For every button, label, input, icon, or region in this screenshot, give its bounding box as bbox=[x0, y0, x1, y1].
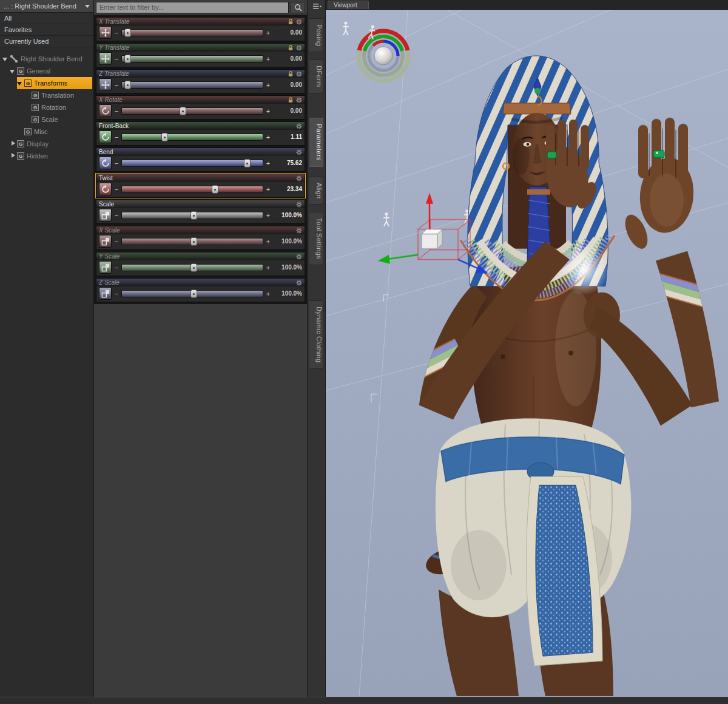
tree-item-display[interactable]: GDisplay bbox=[10, 138, 92, 150]
slider-track[interactable] bbox=[121, 212, 263, 219]
expand-right-arrow[interactable] bbox=[10, 153, 16, 159]
decrement-button[interactable]: − bbox=[114, 212, 119, 219]
expand-down-arrow[interactable] bbox=[10, 68, 16, 74]
gear-icon[interactable] bbox=[296, 201, 302, 208]
nav-item-currently-used[interactable]: Currently Used bbox=[0, 36, 93, 47]
side-tab-tool-settings[interactable]: Tool Settings bbox=[309, 212, 323, 265]
gear-icon[interactable] bbox=[296, 228, 302, 234]
side-tab-dform[interactable]: DForm bbox=[309, 59, 323, 93]
gear-icon[interactable] bbox=[296, 123, 302, 129]
tree-item-general[interactable]: GGeneral bbox=[10, 65, 92, 77]
decrement-button[interactable]: − bbox=[114, 107, 119, 115]
param-z-translate[interactable]: Z Translate−+0.00 bbox=[96, 69, 305, 93]
expand-down-arrow[interactable] bbox=[2, 56, 8, 62]
increment-button[interactable]: + bbox=[266, 81, 271, 89]
nav-item-all[interactable]: All bbox=[0, 13, 93, 24]
slider-handle[interactable] bbox=[244, 159, 251, 168]
param-value[interactable]: 0.00 bbox=[273, 55, 302, 62]
tree-item-hidden[interactable]: GHidden bbox=[10, 150, 92, 162]
tree-item-translation[interactable]: GTranslation bbox=[24, 89, 92, 101]
side-tab-parameters[interactable]: Parameters bbox=[309, 118, 323, 167]
param-value[interactable]: 100.0% bbox=[273, 238, 302, 245]
orbit-sphere[interactable] bbox=[374, 47, 393, 65]
slider-track[interactable] bbox=[121, 290, 263, 297]
gear-icon[interactable] bbox=[296, 280, 302, 286]
slider-track[interactable] bbox=[121, 160, 263, 167]
search-button[interactable] bbox=[291, 2, 305, 13]
slider-handle[interactable] bbox=[124, 81, 131, 89]
side-tab-align[interactable]: Align bbox=[309, 177, 323, 205]
slider-track[interactable] bbox=[121, 186, 263, 193]
slider-handle[interactable] bbox=[190, 211, 197, 220]
side-tab-dynamic-clothing[interactable]: Dynamic Clothing bbox=[309, 300, 323, 369]
increment-button[interactable]: + bbox=[266, 264, 271, 271]
increment-button[interactable]: + bbox=[266, 290, 271, 297]
decrement-button[interactable]: − bbox=[114, 55, 119, 63]
slider-handle[interactable] bbox=[180, 107, 186, 115]
param-z-scale[interactable]: Z Scale−+100.0% bbox=[96, 278, 305, 302]
decrement-button[interactable]: − bbox=[114, 290, 119, 297]
expand-down-arrow[interactable] bbox=[17, 80, 23, 86]
gear-icon[interactable] bbox=[296, 19, 302, 25]
decrement-button[interactable]: − bbox=[114, 186, 119, 193]
param-bend[interactable]: Bend−+75.62 bbox=[96, 147, 305, 172]
increment-button[interactable]: + bbox=[266, 134, 271, 141]
param-front-back[interactable]: Front-Back−+1.11 bbox=[96, 121, 305, 146]
viewport-3d-scene[interactable] bbox=[326, 10, 728, 696]
increment-button[interactable]: + bbox=[266, 238, 271, 245]
param-y-scale[interactable]: Y Scale−+100.0% bbox=[96, 252, 305, 276]
slider-handle[interactable] bbox=[161, 133, 168, 141]
lock-icon[interactable] bbox=[288, 19, 294, 25]
slider-handle[interactable] bbox=[212, 185, 218, 194]
param-scale[interactable]: Scale−+100.0% bbox=[96, 200, 305, 224]
lock-icon[interactable] bbox=[288, 71, 294, 77]
slider-handle[interactable] bbox=[190, 263, 197, 272]
slider-handle[interactable] bbox=[190, 289, 197, 298]
decrement-button[interactable]: − bbox=[114, 134, 119, 141]
filter-input[interactable] bbox=[96, 2, 289, 13]
gear-icon[interactable] bbox=[296, 149, 302, 155]
slider-track[interactable] bbox=[121, 134, 263, 141]
tree-item-misc[interactable]: GMisc bbox=[17, 126, 92, 138]
param-value[interactable]: 0.00 bbox=[273, 107, 302, 114]
gear-icon[interactable] bbox=[296, 254, 302, 260]
decrement-button[interactable]: − bbox=[114, 81, 119, 89]
slider-track[interactable] bbox=[121, 55, 263, 63]
increment-button[interactable]: + bbox=[266, 212, 271, 219]
param-value[interactable]: 0.00 bbox=[273, 29, 302, 36]
tree-item-transforms[interactable]: GTransforms bbox=[17, 77, 92, 89]
viewport-tab[interactable]: Viewport bbox=[328, 1, 369, 9]
decrement-button[interactable]: − bbox=[114, 264, 119, 271]
lock-icon[interactable] bbox=[288, 45, 294, 51]
increment-button[interactable]: + bbox=[266, 55, 271, 63]
param-value[interactable]: 100.0% bbox=[273, 264, 302, 271]
increment-button[interactable]: + bbox=[266, 186, 271, 193]
param-value[interactable]: 75.62 bbox=[273, 160, 302, 166]
gear-icon[interactable] bbox=[296, 97, 302, 103]
decrement-button[interactable]: − bbox=[114, 29, 119, 36]
increment-button[interactable]: + bbox=[266, 160, 271, 167]
pane-menu-icon[interactable] bbox=[308, 0, 325, 12]
param-x-translate[interactable]: X Translate−+0.00 bbox=[96, 17, 305, 41]
gear-icon[interactable] bbox=[296, 45, 302, 51]
tree-item-right-shoulder-bend[interactable]: Right Shoulder Bend bbox=[2, 53, 92, 65]
decrement-button[interactable]: − bbox=[114, 160, 119, 167]
slider-track[interactable] bbox=[121, 29, 263, 36]
slider-handle[interactable] bbox=[124, 55, 131, 63]
param-x-scale[interactable]: X Scale−+100.0% bbox=[96, 226, 305, 250]
increment-button[interactable]: + bbox=[266, 107, 271, 115]
tree-item-scale[interactable]: GScale bbox=[24, 113, 92, 126]
slider-track[interactable] bbox=[121, 238, 263, 245]
param-value[interactable]: 23.34 bbox=[273, 186, 302, 192]
gear-icon[interactable] bbox=[296, 175, 302, 181]
param-value[interactable]: 1.11 bbox=[273, 134, 302, 140]
slider-handle[interactable] bbox=[124, 29, 131, 37]
gizmo-cube[interactable] bbox=[422, 229, 442, 249]
slider-track[interactable] bbox=[121, 81, 263, 89]
increment-button[interactable]: + bbox=[266, 29, 271, 36]
slider-track[interactable] bbox=[121, 107, 263, 115]
side-tab-posing[interactable]: Posing bbox=[309, 18, 323, 52]
tree-item-rotation[interactable]: GRotation bbox=[24, 101, 92, 113]
param-value[interactable]: 0.00 bbox=[273, 81, 302, 88]
gear-icon[interactable] bbox=[296, 71, 302, 77]
